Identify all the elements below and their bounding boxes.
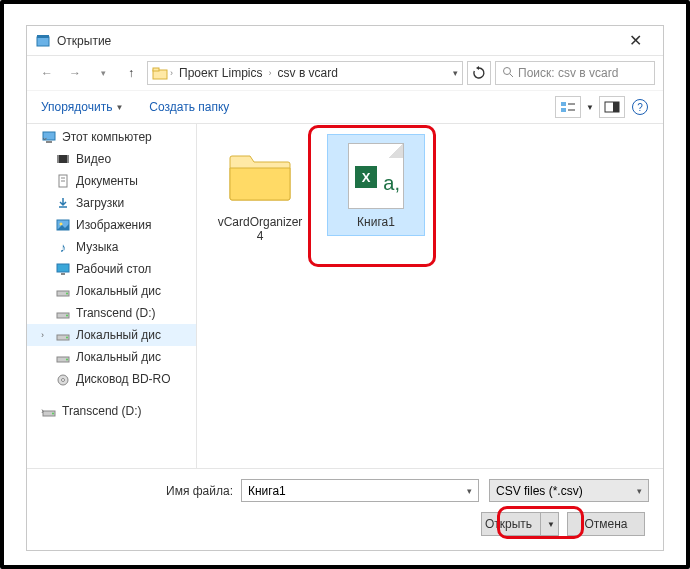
organize-menu[interactable]: Упорядочить▼ [37, 97, 127, 117]
nav-row: ← → ▾ ↑ › Проект Limpics › csv в vcard ▾… [27, 56, 663, 90]
preview-pane-button[interactable] [599, 96, 625, 118]
drive-icon [55, 305, 71, 321]
file-label: Книга1 [332, 215, 420, 229]
close-button[interactable]: ✕ [615, 27, 655, 55]
recent-dropdown[interactable]: ▾ [91, 61, 115, 85]
window-title: Открытие [57, 34, 615, 48]
svg-point-4 [504, 67, 511, 74]
music-icon: ♪ [55, 239, 71, 255]
back-button[interactable]: ← [35, 61, 59, 85]
svg-rect-15 [57, 155, 59, 163]
sidebar: ⌄ Этот компьютер Видео Документы Загрузк… [27, 124, 197, 468]
sidebar-item-transcend-root[interactable]: ›Transcend (D:) [27, 400, 196, 422]
svg-point-30 [66, 337, 68, 339]
help-button[interactable]: ? [627, 96, 653, 118]
expand-icon[interactable]: › [41, 406, 44, 416]
chevron-down-icon: ▼ [115, 103, 123, 112]
sidebar-item-disk[interactable]: ›Локальный дис [27, 324, 196, 346]
filename-label: Имя файла: [41, 484, 241, 498]
new-folder-button[interactable]: Создать папку [145, 97, 233, 117]
search-placeholder: Поиск: csv в vcard [518, 66, 618, 80]
file-item-csv[interactable]: Xa, Книга1 [327, 134, 425, 236]
open-dialog: Открытие ✕ ← → ▾ ↑ › Проект Limpics › cs… [26, 25, 664, 551]
svg-rect-7 [561, 108, 566, 112]
drive-icon [55, 283, 71, 299]
refresh-button[interactable] [467, 61, 491, 85]
sidebar-item-transcend[interactable]: Transcend (D:) [27, 302, 196, 324]
search-input[interactable]: Поиск: csv в vcard [495, 61, 655, 85]
csv-file-icon: Xa, [341, 141, 411, 211]
chevron-down-icon[interactable]: ▾ [453, 68, 458, 78]
download-icon [55, 195, 71, 211]
split-dropdown-icon[interactable]: ▼ [540, 513, 555, 535]
sidebar-item-videos[interactable]: Видео [27, 148, 196, 170]
toolbar: Упорядочить▼ Создать папку ▼ ? [27, 90, 663, 124]
dialog-footer: Имя файла: Книга1 ▾ CSV files (*.csv) ▾ … [27, 468, 663, 550]
file-label: vCardOrganizer4 [216, 215, 304, 243]
sidebar-item-music[interactable]: ♪Музыка [27, 236, 196, 258]
sidebar-item-documents[interactable]: Документы [27, 170, 196, 192]
view-mode-button[interactable] [555, 96, 581, 118]
chevron-down-icon[interactable]: ▾ [467, 486, 472, 496]
svg-point-36 [52, 413, 54, 415]
filename-input[interactable]: Книга1 ▾ [241, 479, 479, 502]
file-item-folder[interactable]: vCardOrganizer4 [211, 134, 309, 250]
breadcrumb[interactable]: › Проект Limpics › csv в vcard ▾ [147, 61, 463, 85]
expand-icon[interactable]: › [41, 330, 44, 340]
folder-icon [225, 141, 295, 211]
file-pane[interactable]: vCardOrganizer4 Xa, Книга1 [197, 124, 663, 468]
video-icon [55, 151, 71, 167]
chevron-down-icon[interactable]: ▾ [637, 486, 642, 496]
chevron-right-icon: › [269, 68, 272, 78]
cancel-button[interactable]: Отмена [567, 512, 645, 536]
sidebar-item-this-pc[interactable]: ⌄ Этот компьютер [27, 126, 196, 148]
sidebar-item-disk[interactable]: Локальный дис [27, 280, 196, 302]
svg-point-32 [66, 359, 68, 361]
view-dropdown[interactable]: ▼ [583, 96, 597, 118]
svg-line-5 [510, 74, 513, 77]
sidebar-item-disk[interactable]: Локальный дис [27, 346, 196, 368]
up-button[interactable]: ↑ [119, 61, 143, 85]
svg-rect-16 [67, 155, 69, 163]
sidebar-item-pictures[interactable]: Изображения [27, 214, 196, 236]
breadcrumb-item[interactable]: Проект Limpics [175, 66, 267, 80]
svg-point-26 [66, 293, 68, 295]
image-icon [55, 217, 71, 233]
app-icon [35, 33, 51, 49]
disc-icon [55, 371, 71, 387]
drive-icon [55, 349, 71, 365]
sidebar-item-desktop[interactable]: Рабочий стол [27, 258, 196, 280]
svg-rect-24 [61, 273, 65, 275]
doc-icon [55, 173, 71, 189]
breadcrumb-item[interactable]: csv в vcard [274, 66, 342, 80]
titlebar: Открытие ✕ [27, 26, 663, 56]
svg-rect-23 [57, 264, 69, 272]
svg-rect-11 [613, 102, 619, 112]
desktop-icon [55, 261, 71, 277]
search-icon [502, 66, 514, 81]
filetype-select[interactable]: CSV files (*.csv) ▾ [489, 479, 649, 502]
svg-rect-0 [37, 37, 49, 46]
svg-rect-1 [37, 35, 49, 38]
svg-point-28 [66, 315, 68, 317]
sidebar-item-downloads[interactable]: Загрузки [27, 192, 196, 214]
sidebar-item-bdrom[interactable]: Дисковод BD-RO [27, 368, 196, 390]
svg-rect-6 [561, 102, 566, 106]
folder-icon [152, 65, 168, 81]
drive-icon [55, 327, 71, 343]
svg-rect-3 [153, 68, 159, 71]
chevron-right-icon: › [170, 68, 173, 78]
forward-button[interactable]: → [63, 61, 87, 85]
open-button[interactable]: Открыть ▼ [481, 512, 559, 536]
collapse-icon[interactable]: ⌄ [41, 132, 49, 142]
svg-point-34 [62, 379, 65, 382]
